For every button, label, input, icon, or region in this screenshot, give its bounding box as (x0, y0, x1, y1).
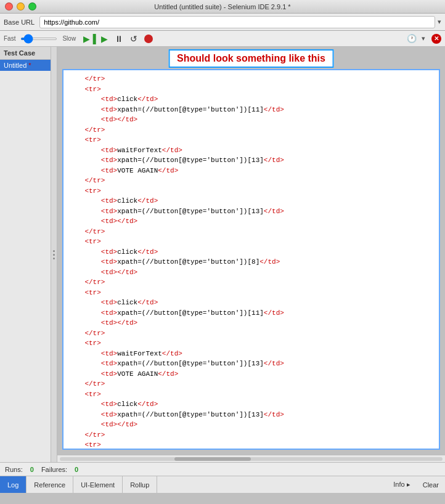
failures-value: 0 (75, 466, 78, 473)
dropdown-arrow-icon[interactable]: ▾ (438, 18, 441, 26)
stop-icon: ✕ (434, 35, 439, 42)
sidebar-item-label: Untitled (4, 62, 27, 69)
code-line: <tr> (68, 237, 434, 247)
tab-rollup[interactable]: Rollup (123, 476, 157, 493)
record-icon (144, 35, 153, 43)
code-line: <td></td> (68, 420, 434, 430)
tab-reference[interactable]: Reference (27, 476, 73, 493)
tab-ui-element[interactable]: UI-Element (73, 476, 123, 493)
step-button[interactable]: ↺ (128, 33, 140, 44)
code-line: <tr> (68, 440, 434, 450)
code-line: <td>click</td> (68, 298, 434, 308)
resize-dots (53, 250, 55, 259)
run-all-button[interactable]: ▶▐ (83, 33, 96, 44)
base-url-label: Base URL (4, 18, 35, 26)
slow-label: Slow (62, 35, 76, 42)
clear-action[interactable]: Clear (417, 476, 445, 493)
maximize-button[interactable] (28, 2, 36, 10)
code-line: <td>xpath=(//button[@type='button'])[11]… (68, 308, 434, 319)
code-line: <td></td> (68, 216, 434, 227)
minimize-button[interactable] (17, 2, 25, 10)
record-button[interactable] (142, 33, 155, 44)
code-line: <td>waitForText</td> (68, 145, 434, 156)
sidebar-resize-handle[interactable] (51, 47, 57, 462)
code-line: </tr> (68, 74, 434, 84)
code-line: <td>VOTE AGAIN</td> (68, 166, 434, 176)
code-line: <td>xpath=(//button[@type='button'])[8]<… (68, 257, 434, 267)
hscroll-track (60, 457, 443, 461)
sidebar-item-asterisk: * (27, 62, 31, 69)
code-line: <tr> (68, 389, 434, 400)
status-bar: Runs: 0 Failures: 0 (0, 462, 445, 476)
window-controls (5, 2, 36, 10)
info-label: Info ▸ (393, 481, 410, 489)
hint-banner: Should look something like this (168, 49, 334, 68)
code-line: <td>click</td> (68, 399, 434, 410)
tab-bar: Log Reference UI-Element Rollup Info ▸ C… (0, 476, 445, 493)
code-line: </tr> (68, 227, 434, 237)
code-line: <td>xpath=(//button[@type='button'])[13]… (68, 359, 434, 369)
base-url-input[interactable] (39, 16, 435, 28)
hscroll-thumb (174, 457, 251, 461)
play-controls: ▶▐ ▶ ⏸ ↺ (83, 33, 155, 44)
horizontal-scrollbar[interactable] (57, 455, 445, 462)
titlebar: Untitled (untitled suite) - Selenium IDE… (0, 0, 445, 14)
code-line: </tr> (68, 176, 434, 186)
code-line: <td></td> (68, 318, 434, 328)
code-line: <td>click</td> (68, 94, 434, 105)
tab-log[interactable]: Log (0, 476, 27, 493)
code-line: <tr> (68, 135, 434, 145)
code-line: <td>xpath=(//button[@type='button'])[13]… (68, 155, 434, 166)
runs-value: 0 (30, 466, 34, 473)
code-editor[interactable]: </tr> <tr> <td>click</td> <td>xpath=(//b… (62, 69, 440, 450)
code-line: </tr> (68, 125, 434, 136)
speed-toolbar: Fast Slow ▶▐ ▶ ⏸ ↺ 🕐 ▾ ✕ (0, 31, 445, 47)
window-title: Untitled (untitled suite) - Selenium IDE… (154, 3, 290, 10)
code-line: <td></td> (68, 115, 434, 125)
code-line: </tr> (68, 379, 434, 389)
sidebar: Test Case Untitled * (0, 47, 51, 462)
code-line: <tr> (68, 84, 434, 95)
code-line: <td>click</td> (68, 196, 434, 206)
info-action[interactable]: Info ▸ (387, 476, 416, 493)
tab-spacer (157, 476, 387, 493)
code-line: </tr> (68, 430, 434, 441)
clear-label: Clear (423, 481, 439, 489)
code-line: <td>click</td> (68, 247, 434, 258)
base-url-toolbar: Base URL ▾ (0, 14, 445, 31)
runs-label: Runs: (5, 466, 23, 473)
options-dropdown[interactable]: ▾ (422, 35, 425, 43)
speed-slider[interactable] (20, 38, 57, 40)
main-area: Test Case Untitled * Should look somethi… (0, 47, 445, 462)
fast-label: Fast (4, 35, 15, 42)
pause-button[interactable]: ⏸ (113, 33, 125, 44)
code-line: <td>waitForText</td> (68, 349, 434, 359)
code-line: <td></td> (68, 267, 434, 278)
sidebar-item-untitled[interactable]: Untitled * (0, 60, 51, 71)
code-line: <tr> (68, 338, 434, 349)
code-line: <td>xpath=(//button[@type='button'])[13]… (68, 206, 434, 217)
sidebar-header: Test Case (0, 47, 51, 60)
run-current-button[interactable]: ▶ (98, 33, 110, 44)
hint-text: Should look something like this (177, 53, 325, 63)
failures-label: Failures: (41, 466, 67, 473)
close-button[interactable] (5, 2, 13, 10)
code-line: <td>VOTE AGAIN</td> (68, 369, 434, 380)
code-area-wrapper: Should look something like this </tr> <t… (57, 47, 445, 462)
code-line: <tr> (68, 186, 434, 197)
stop-button[interactable]: ✕ (431, 34, 441, 44)
code-line: </tr> (68, 328, 434, 339)
clock-icon[interactable]: 🕐 (407, 34, 417, 43)
code-line: <tr> (68, 288, 434, 298)
code-line: <td>xpath=(//button[@type='button'])[11]… (68, 105, 434, 115)
code-line: </tr> (68, 277, 434, 288)
code-line: <td>xpath=(//button[@type='button'])[13]… (68, 410, 434, 420)
